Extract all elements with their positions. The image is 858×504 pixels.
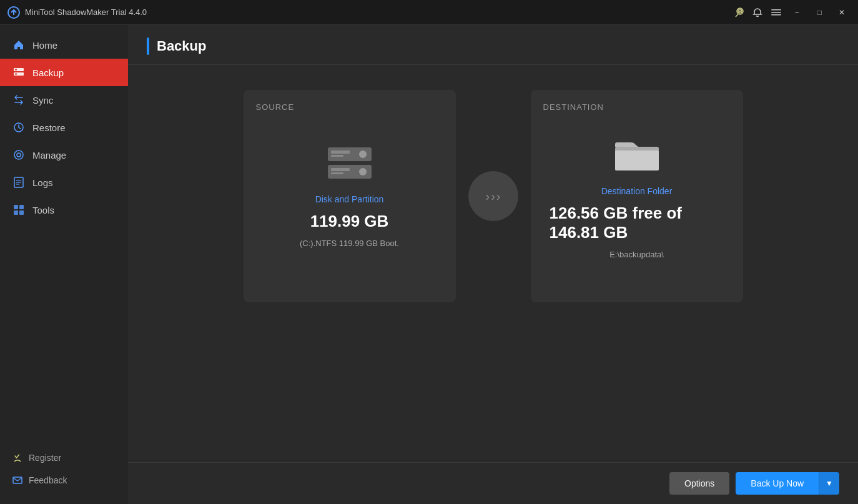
- source-type: Disk and Partition: [315, 194, 384, 204]
- sidebar-item-backup[interactable]: Backup: [0, 59, 128, 86]
- svg-point-10: [14, 151, 23, 159]
- backup-icon: [12, 66, 25, 79]
- svg-rect-2: [771, 9, 781, 11]
- backup-now-dropdown-button[interactable]: ▼: [819, 472, 839, 495]
- sidebar-item-restore[interactable]: Restore: [0, 114, 128, 141]
- svg-rect-18: [14, 210, 18, 215]
- sidebar-item-register[interactable]: Register: [0, 447, 128, 469]
- folder-icon: [612, 133, 662, 174]
- destination-type: Destination Folder: [601, 186, 673, 196]
- sidebar-item-feedback[interactable]: Feedback: [0, 469, 128, 492]
- svg-point-11: [17, 153, 21, 157]
- source-detail: (C:).NTFS 119.99 GB Boot.: [300, 239, 399, 248]
- page-header: Backup: [128, 25, 858, 65]
- svg-rect-28: [359, 168, 367, 175]
- minitool-logo-icon: [7, 6, 20, 19]
- header-accent-bar: [147, 37, 149, 55]
- svg-rect-16: [14, 205, 18, 209]
- sidebar-bottom: Register Feedback: [0, 447, 128, 504]
- source-size: 119.99 GB: [310, 212, 389, 231]
- backup-content: SOURCE: [128, 65, 858, 462]
- source-card[interactable]: SOURCE: [244, 90, 456, 302]
- svg-rect-23: [331, 155, 343, 157]
- svg-rect-4: [771, 14, 781, 16]
- destination-path: E:\backupdata\: [609, 250, 664, 259]
- options-button[interactable]: Options: [669, 472, 729, 495]
- feedback-icon: [12, 475, 22, 485]
- svg-rect-24: [359, 151, 367, 158]
- restore-icon: [12, 121, 25, 134]
- window-controls: − □ ✕: [788, 4, 851, 21]
- disk-icon: [325, 144, 375, 182]
- svg-rect-8: [15, 74, 17, 75]
- titlebar: MiniTool ShadowMaker Trial 4.4.0 − □ ✕: [0, 0, 858, 25]
- svg-point-1: [739, 10, 741, 12]
- logs-icon: [12, 176, 25, 189]
- arrow-connector: ›››: [468, 171, 518, 221]
- svg-rect-19: [19, 210, 24, 215]
- svg-rect-26: [331, 168, 350, 171]
- bottom-bar: Options Back Up Now ▼: [128, 462, 858, 504]
- maximize-button[interactable]: □: [811, 4, 828, 21]
- chevrons-icon: ›››: [485, 189, 500, 204]
- destination-free: 126.56 GB free of 146.81 GB: [550, 204, 724, 242]
- sidebar-item-home[interactable]: Home: [0, 31, 128, 59]
- sidebar-item-sync[interactable]: Sync: [0, 86, 128, 114]
- backup-now-button[interactable]: Back Up Now: [736, 472, 819, 495]
- svg-rect-27: [331, 172, 343, 174]
- svg-rect-30: [615, 151, 659, 170]
- sidebar: Home Backup Sync: [0, 25, 128, 504]
- backup-now-group: Back Up Now ▼: [736, 472, 839, 495]
- page-title: Backup: [157, 38, 206, 54]
- svg-rect-22: [331, 151, 350, 154]
- tools-icon: [12, 204, 25, 216]
- svg-rect-3: [771, 12, 781, 13]
- source-label: SOURCE: [256, 102, 295, 112]
- sidebar-item-logs[interactable]: Logs: [0, 169, 128, 196]
- main-layout: Home Backup Sync: [0, 25, 858, 504]
- sidebar-item-manage[interactable]: Manage: [0, 141, 128, 169]
- destination-card[interactable]: DESTINATION Destination Folder 126.56 GB…: [531, 90, 743, 302]
- key-icon[interactable]: [733, 7, 744, 18]
- close-button[interactable]: ✕: [833, 4, 851, 21]
- svg-rect-17: [19, 205, 24, 209]
- backup-cards: SOURCE: [159, 90, 827, 302]
- manage-icon: [12, 149, 25, 161]
- titlebar-actions: [733, 7, 782, 18]
- destination-label: DESTINATION: [543, 102, 604, 112]
- app-title: MiniTool ShadowMaker Trial 4.4.0: [25, 7, 733, 17]
- register-icon: [12, 453, 22, 463]
- home-icon: [12, 39, 25, 51]
- menu-icon[interactable]: [771, 7, 782, 18]
- sync-icon: [12, 94, 25, 106]
- content-area: Backup SOURCE: [128, 25, 858, 504]
- svg-rect-6: [15, 69, 17, 71]
- sidebar-item-tools[interactable]: Tools: [0, 196, 128, 224]
- minimize-button[interactable]: −: [788, 4, 806, 21]
- bell-icon[interactable]: [752, 7, 763, 18]
- svg-rect-20: [13, 477, 22, 483]
